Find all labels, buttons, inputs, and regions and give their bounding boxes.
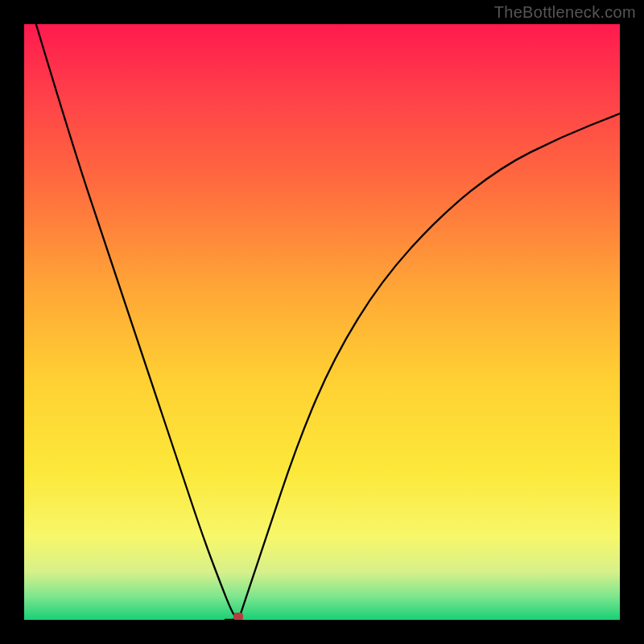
optimum-marker-icon	[233, 613, 243, 620]
bottleneck-curve	[24, 24, 620, 620]
watermark-text: TheBottleneck.com	[494, 3, 636, 22]
chart-frame: TheBottleneck.com	[0, 0, 644, 644]
plot-area	[24, 24, 620, 620]
